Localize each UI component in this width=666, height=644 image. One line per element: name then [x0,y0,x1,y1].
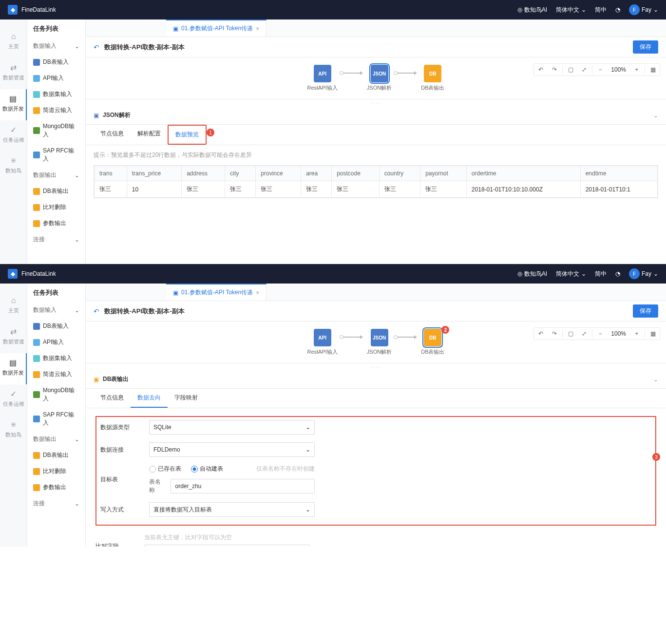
user-menu[interactable]: FFay ⌄ [629,4,658,15]
sidepanel-item[interactable]: DB表输出 [27,183,85,199]
table-name-input[interactable] [171,479,315,493]
sidepanel-group[interactable]: 连接⌄ [27,231,85,247]
sidepanel-item[interactable]: MongoDB输入 [27,382,85,407]
nav-home[interactable]: ⌂主页 [0,291,27,322]
nav-ops[interactable]: ✓任务运维 [0,384,27,416]
config-tab[interactable]: 数据去向 [131,389,168,408]
zoom-in-icon[interactable]: + [631,65,643,75]
undo-icon[interactable]: ↶ [535,65,547,75]
resize-handle[interactable]: ⋯⋯ [86,99,666,106]
dev-icon: ▤ [0,94,26,103]
chevron-down-icon: ⌄ [75,500,79,507]
sidepanel-item[interactable]: DB表输出 [27,447,85,463]
resize-handle[interactable]: ⋯⋯ [86,363,666,370]
minimap-icon[interactable]: ▦ [647,65,659,75]
sidepanel-item[interactable]: 比对删除 [27,199,85,215]
redo-icon[interactable]: ↷ [549,65,560,75]
sidepanel-group[interactable]: 数据输出⌄ [27,167,85,183]
nav-dev[interactable]: ▤数据开发 [0,89,27,120]
save-button[interactable]: 保存 [633,304,658,318]
tab-active[interactable]: ▣ 01.参数赋值-API Token传递 × [166,19,266,37]
nav-pipe[interactable]: ⇄数据管道 [0,322,27,353]
language-select[interactable]: 简体中文 ⌄ [556,270,586,278]
data-connection-select[interactable]: FDLDemo⌄ [149,442,315,457]
zoom-out-icon[interactable]: − [594,329,606,339]
sidepanel-item[interactable]: 数据集输入 [27,350,85,366]
radio-existing-table[interactable]: 已存在表 [149,465,181,473]
write-mode-select[interactable]: 直接将数据写入目标表⌄ [149,502,315,517]
radio-auto-create[interactable]: 自动建表 [191,465,223,473]
sidepanel-item[interactable]: SAP RFC输入 [27,407,85,431]
save-button[interactable]: 保存 [633,40,658,54]
zoom-out-icon[interactable]: − [594,65,606,75]
compare-field-select[interactable]: 请选择⌄ [144,545,310,547]
logo[interactable]: ◆ FineDataLink [8,5,56,15]
nav-dev[interactable]: ▤数据开发 [0,353,27,384]
pipeline-node-json[interactable]: JSONJSON解析 [367,65,392,92]
tab-active[interactable]: ▣ 01.参数赋值-API Token传递 × [166,284,266,301]
minimap-icon[interactable]: ▦ [647,329,659,339]
sidepanel-item[interactable]: 参数输出 [27,479,85,495]
redo-icon[interactable]: ↷ [549,329,560,339]
nav-pipe[interactable]: ⇄数据管道 [0,58,27,89]
sidepanel-item[interactable]: 参数输出 [27,215,85,231]
pipeline-node-dbout[interactable]: DB2DB表输出 [421,329,444,356]
fit-icon[interactable]: ▢ [565,65,576,75]
close-icon[interactable]: × [256,289,259,296]
collapse-icon[interactable]: ⌄ [653,376,658,383]
notifications-icon[interactable]: ◔ [615,270,620,277]
sidepanel-item[interactable]: 简道云输入 [27,102,85,118]
chevron-down-icon: ⌄ [75,307,79,314]
pipeline-node-dbout[interactable]: DBDB表输出 [421,65,444,92]
user-menu[interactable]: FFay ⌄ [629,268,658,279]
sidepanel-item[interactable]: MongoDB输入 [27,118,85,143]
logo[interactable]: ◆ FineDataLink [8,269,56,279]
sidepanel-group[interactable]: 数据输出⌄ [27,431,85,447]
nav-ops[interactable]: ✓任务运维 [0,120,27,152]
language-select[interactable]: 简体中文 ⌄ [556,6,586,14]
pipeline-canvas[interactable]: APIRestAPI输入JSONJSON解析DB2DB表输出 ↶ ↷ ▢ ⤢ −… [86,322,666,363]
back-icon[interactable]: ↶ [94,307,99,315]
pipeline-node-restapi[interactable]: APIRestAPI输入 [307,65,338,92]
config-tab[interactable]: 节点信息 [94,125,131,145]
sidepanel-item[interactable]: 比对删除 [27,463,85,479]
pipeline-canvas[interactable]: APIRestAPI输入JSONJSON解析DBDB表输出 ↶ ↷ ▢ ⤢ − … [86,57,666,99]
table-header: address [182,166,225,181]
chevron-down-icon: ⌄ [653,6,658,13]
fullscreen-icon[interactable]: ⤢ [578,65,590,75]
sidepanel-group[interactable]: 数据输入⌄ [27,302,85,318]
fullscreen-icon[interactable]: ⤢ [578,329,590,339]
datasource-type-select[interactable]: SQLite⌄ [149,420,315,435]
sidepanel-item[interactable]: DB表输入 [27,54,85,70]
sidepanel-item[interactable]: 简道云输入 [27,366,85,382]
back-icon[interactable]: ↶ [94,43,99,51]
sidepanel-group[interactable]: 连接⌄ [27,495,85,511]
nav-home[interactable]: ⌂主页 [0,27,27,58]
sidepanel-item[interactable]: SAP RFC输入 [27,143,85,167]
fit-icon[interactable]: ▢ [565,329,576,339]
pipeline-node-json[interactable]: JSONJSON解析 [367,329,392,356]
sidepanel-group[interactable]: 数据输入⌄ [27,38,85,54]
sidepanel-item[interactable]: DB表输入 [27,318,85,334]
sidepanel-item[interactable]: API输入 [27,334,85,350]
config-tab[interactable]: 解析配置 [131,125,168,145]
lang-short[interactable]: 简中 [595,270,607,278]
item-icon [33,127,40,134]
nav-owl[interactable]: ≡数知鸟 [0,416,27,446]
config-tab[interactable]: 节点信息 [94,389,131,408]
ai-link[interactable]: ◎数知鸟AI [517,270,547,278]
zoom-in-icon[interactable]: + [631,329,643,339]
sidepanel-item[interactable]: 数据集输入 [27,86,85,102]
close-icon[interactable]: × [256,25,259,32]
pipeline-node-restapi[interactable]: APIRestAPI输入 [307,329,338,356]
collapse-icon[interactable]: ⌄ [653,112,658,119]
config-tab[interactable]: 字段映射 [168,389,205,408]
undo-icon[interactable]: ↶ [535,329,547,339]
notifications-icon[interactable]: ◔ [615,6,620,13]
chevron-down-icon: ⌄ [305,446,310,453]
nav-owl[interactable]: ≡数知鸟 [0,152,27,182]
ai-link[interactable]: ◎数知鸟AI [517,6,547,14]
config-tab[interactable]: 数据预览1 [168,125,207,145]
lang-short[interactable]: 简中 [595,6,607,14]
sidepanel-item[interactable]: API输入 [27,70,85,86]
